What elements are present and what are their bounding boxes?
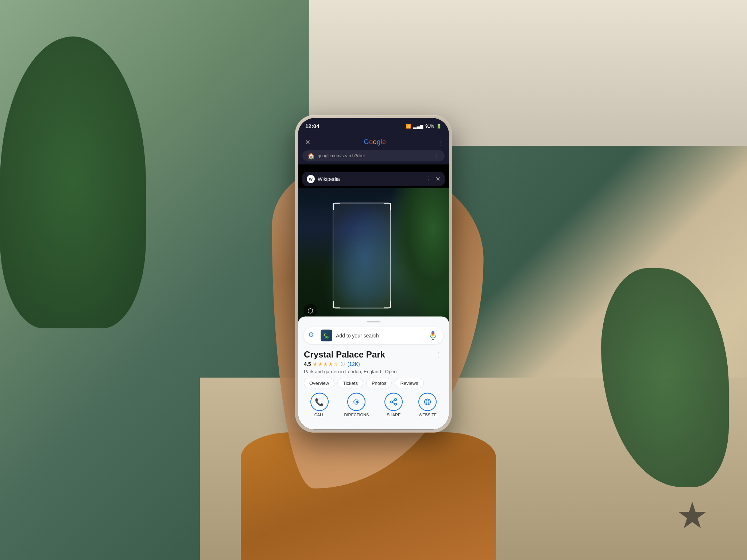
url-text: google.com/search?clier (318, 153, 426, 158)
wikipedia-pill[interactable]: W Wikipedia ⋮ ✕ (302, 172, 445, 186)
share-action[interactable]: SHARE (384, 393, 403, 417)
google-logo: G (309, 331, 317, 339)
bg-left-plant (0, 36, 146, 328)
place-more-options-button[interactable]: ⋮ (433, 349, 443, 359)
svg-line-11 (392, 400, 395, 401)
review-count: (12K) (347, 361, 360, 367)
svg-point-13 (426, 399, 429, 405)
svg-point-12 (425, 399, 431, 405)
search-bar[interactable]: G 🦕 Add to your search (304, 327, 443, 344)
directions-label: DIRECTIONS (344, 412, 369, 417)
directions-icon-circle (347, 393, 365, 411)
browser-close-button[interactable]: ✕ (302, 137, 313, 147)
place-description: Park and garden in London, England · Ope… (304, 368, 443, 374)
call-label: CALL (314, 412, 325, 417)
svg-line-10 (392, 402, 395, 403)
battery-icon: 🔋 (436, 123, 442, 128)
watermark-area (678, 502, 714, 538)
call-action[interactable]: 📞 CALL (310, 393, 329, 417)
svg-point-9 (395, 403, 397, 405)
camera-view: ⬡ (298, 188, 449, 323)
wikipedia-label: Wikipedia (318, 176, 340, 182)
browser-menu-button[interactable]: ⋮ (437, 138, 445, 146)
home-icon: 🏠 (307, 152, 315, 159)
phone-wrapper: 12:04 📶 ▂▄▆ 91% 🔋 ✕ Google ⋮ (295, 115, 452, 432)
browser-top-row: ✕ Google ⋮ (302, 137, 445, 147)
star-icon (678, 502, 707, 531)
search-text: Add to your search (336, 332, 424, 338)
website-action[interactable]: WEBSITE (418, 393, 437, 417)
wikipedia-options-icon[interactable]: ⋮ (425, 175, 431, 182)
rating-stars: ★★★★☆ (313, 361, 338, 367)
tab-reviews[interactable]: Reviews (395, 378, 423, 388)
url-bar-icons: + ⋮ (429, 153, 440, 159)
bracket-br (384, 301, 391, 308)
search-thumbnail: 🦕 (321, 329, 332, 341)
drag-handle (367, 321, 380, 322)
website-label: WEBSITE (419, 412, 437, 417)
call-icon: 📞 (315, 397, 324, 406)
place-name-row: Crystal Palace Park ⋮ (304, 349, 443, 359)
svg-rect-2 (431, 334, 434, 336)
wikipedia-pill-actions: ⋮ ✕ (425, 175, 440, 182)
tab-tickets[interactable]: Tickets (337, 378, 363, 388)
bottom-panel: G 🦕 Add to your search (298, 316, 449, 429)
wikipedia-logo: W (307, 175, 315, 183)
bracket-tr (384, 202, 391, 210)
svg-rect-1 (431, 332, 434, 334)
wikipedia-close-icon[interactable]: ✕ (436, 175, 440, 182)
rating-info-icon[interactable]: ⓘ (341, 361, 345, 367)
share-label: SHARE (387, 412, 400, 417)
tab-overview[interactable]: Overview (304, 378, 334, 388)
browser-chrome: ✕ Google ⋮ 🏠 google.com/search?clier + ⋮ (298, 134, 449, 164)
rating-row: 4.5 ★★★★☆ ⓘ (12K) (304, 361, 443, 367)
scan-bracket (333, 202, 391, 308)
directions-action[interactable]: DIRECTIONS (344, 393, 369, 417)
actions-row: 📞 CALL DIRECTIONS (304, 393, 443, 417)
status-time: 12:04 (305, 123, 319, 129)
svg-point-8 (391, 401, 393, 403)
browser-title: Google (364, 138, 386, 146)
lens-icon-button[interactable]: ⬡ (303, 304, 317, 317)
svg-point-7 (395, 398, 397, 401)
share-icon-circle (384, 393, 403, 411)
place-name: Crystal Palace Park (304, 349, 385, 359)
signal-icon: ▂▄▆ (413, 123, 423, 128)
status-bar: 12:04 📶 ▂▄▆ 91% 🔋 (298, 118, 449, 134)
wikipedia-pill-left: W Wikipedia (307, 175, 340, 183)
status-icons: 📶 ▂▄▆ 91% 🔋 (406, 123, 442, 128)
website-icon-circle (418, 393, 437, 411)
bracket-bl (333, 301, 340, 308)
rating-number: 4.5 (304, 361, 311, 367)
url-more-icon[interactable]: ⋮ (434, 153, 440, 159)
new-tab-icon[interactable]: + (429, 153, 431, 159)
url-bar[interactable]: 🏠 google.com/search?clier + ⋮ (302, 150, 445, 161)
phone-screen: 12:04 📶 ▂▄▆ 91% 🔋 ✕ Google ⋮ (298, 118, 449, 429)
call-icon-circle: 📞 (310, 393, 329, 411)
tabs-row: Overview Tickets Photos Reviews (304, 378, 443, 388)
tab-photos[interactable]: Photos (366, 378, 392, 388)
battery-label: 91% (425, 123, 434, 128)
phone-outer: 12:04 📶 ▂▄▆ 91% 🔋 ✕ Google ⋮ (295, 115, 452, 432)
wifi-icon: 📶 (406, 123, 411, 128)
bracket-tl (333, 202, 340, 210)
mic-icon[interactable] (428, 330, 438, 340)
